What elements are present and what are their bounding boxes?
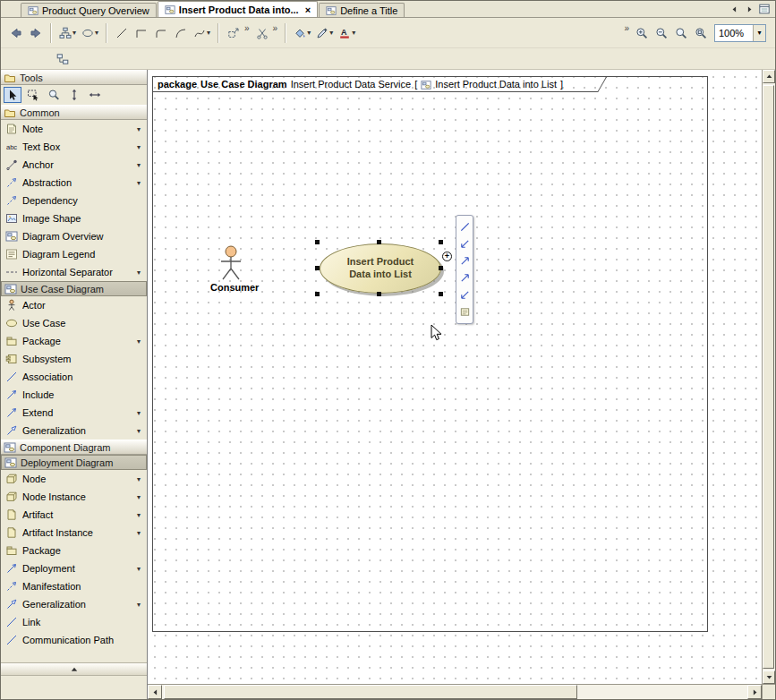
diagram-frame[interactable]: package Use Case Diagram Insert Product … (152, 76, 708, 632)
dropdown-arrow-icon[interactable]: ▾ (137, 179, 142, 187)
selection-handle[interactable] (439, 266, 443, 270)
selection-tool[interactable] (4, 87, 21, 103)
selection-handle[interactable] (315, 240, 320, 244)
zoom-in-button[interactable] (632, 22, 652, 44)
dropdown-arrow-icon[interactable]: ▾ (137, 493, 142, 501)
shape-style-button[interactable]: ▾ (79, 22, 101, 44)
back-button[interactable] (6, 22, 26, 44)
generalization-icon[interactable] (457, 287, 472, 303)
scroll-right-button[interactable] (747, 685, 762, 699)
dropdown-arrow-icon[interactable]: ▾ (137, 529, 142, 537)
scroll-tabs-right-button[interactable] (743, 3, 755, 15)
palette-item-artifact[interactable]: Artifact▾ (1, 506, 147, 524)
palette-header-tools[interactable]: Tools (1, 70, 147, 85)
palette-item-dependency[interactable]: Dependency (1, 192, 147, 209)
tab-insert-product-data-into[interactable]: Insert Product Data into...× (158, 1, 318, 17)
palette-item-node-instance[interactable]: Node Instance▾ (1, 488, 147, 506)
tab-product-query-overview[interactable]: Product Query Overview (21, 3, 157, 17)
zoom-reset-button[interactable] (671, 22, 691, 44)
selection-handle[interactable] (315, 266, 320, 270)
directed-association-icon[interactable] (457, 253, 472, 269)
selection-handle[interactable] (377, 292, 381, 296)
tab-define-a-title[interactable]: Define a Title (319, 3, 405, 17)
expand-indicator[interactable]: + (442, 252, 452, 261)
horizontal-scrollbar-track[interactable] (162, 685, 747, 699)
vertical-scrollbar-track[interactable] (763, 83, 775, 670)
dropdown-arrow-icon[interactable]: ▾ (137, 161, 142, 169)
dropdown-arrow-icon[interactable]: ▾ (137, 475, 142, 483)
distribute-tool[interactable] (86, 87, 104, 103)
palette-item-node[interactable]: Node▾ (1, 470, 147, 488)
selection-handle[interactable] (439, 240, 443, 244)
palette-item-horizontal-separator[interactable]: Horizontal Separator▾ (1, 263, 147, 281)
close-tab-icon[interactable]: × (305, 4, 311, 15)
dropdown-arrow-icon[interactable]: ▾ (95, 29, 98, 37)
palette-item-manifestation[interactable]: Manifestation (1, 577, 147, 595)
palette-item-use-case[interactable]: Use Case (1, 314, 147, 332)
palette-scroll-up-button[interactable] (1, 662, 147, 676)
use-case-shape[interactable]: Insert Product Data into List (320, 243, 441, 294)
line-style-curved-button[interactable] (171, 22, 191, 44)
fill-color-button[interactable]: ▾ (291, 22, 313, 44)
vertical-scrollbar[interactable] (763, 70, 775, 684)
palette-item-extend[interactable]: Extend▾ (1, 404, 147, 422)
note-anchor-icon[interactable] (457, 304, 472, 320)
line-style-rounded-button[interactable] (151, 22, 171, 44)
dependency-icon[interactable] (457, 270, 472, 286)
diagram-containment-button[interactable] (53, 48, 72, 70)
line-style-spline-button[interactable]: ▾ (191, 22, 213, 44)
palette-item-artifact-instance[interactable]: Artifact Instance▾ (1, 524, 147, 542)
dropdown-arrow-icon[interactable]: ▾ (137, 337, 142, 346)
vertical-scrollbar-thumb[interactable] (763, 85, 774, 669)
palette-item-link[interactable]: Link (1, 613, 147, 631)
palette-item-image-shape[interactable]: Image Shape (1, 209, 147, 227)
dropdown-arrow-icon[interactable]: ▾ (137, 511, 142, 519)
palette-item-abstraction[interactable]: Abstraction▾ (1, 174, 147, 192)
horizontal-scrollbar-thumb[interactable] (164, 685, 577, 699)
diagram-canvas[interactable]: package Use Case Diagram Insert Product … (148, 70, 762, 684)
palette-item-note[interactable]: Note▾ (1, 120, 147, 138)
toolbar-overflow-button[interactable]: » (624, 24, 629, 33)
palette-item-diagram-legend[interactable]: Diagram Legend (1, 245, 147, 263)
association-icon[interactable] (457, 236, 472, 252)
palette-item-generalization[interactable]: Generalization▾ (1, 422, 147, 440)
font-color-button[interactable]: A▾ (336, 22, 358, 44)
palette-item-anchor[interactable]: Anchor▾ (1, 156, 147, 174)
palette-item-communication-path[interactable]: Communication Path (1, 631, 147, 649)
dropdown-arrow-icon[interactable]: ▾ (137, 427, 142, 435)
dropdown-arrow-icon[interactable]: ▾ (137, 601, 142, 609)
palette-item-association[interactable]: Association (1, 368, 147, 386)
dropdown-arrow-icon[interactable]: ▾ (207, 29, 210, 37)
scroll-down-button[interactable] (763, 670, 775, 684)
scroll-up-button[interactable] (763, 70, 775, 83)
palette-item-diagram-overview[interactable]: Diagram Overview (1, 227, 147, 245)
draw-line-icon[interactable] (457, 219, 472, 235)
magnifier-tool[interactable] (45, 87, 63, 103)
dropdown-arrow-icon[interactable]: ▾ (137, 409, 142, 417)
forward-button[interactable] (26, 22, 46, 44)
line-color-button[interactable]: ▾ (313, 22, 336, 44)
layout-tool-button[interactable]: ▾ (56, 22, 79, 44)
selection-handle[interactable] (377, 240, 381, 244)
dropdown-arrow-icon[interactable]: ▾ (72, 29, 76, 37)
fit-in-window-button[interactable] (691, 22, 711, 44)
dropdown-arrow-icon[interactable]: ▾ (137, 125, 142, 133)
cut-button[interactable] (252, 22, 272, 44)
palette-item-package[interactable]: Package (1, 542, 147, 559)
actor-consumer[interactable]: Consumer (210, 245, 252, 293)
palette-item-text-box[interactable]: abcText Box▾ (1, 138, 147, 156)
make-same-size-button[interactable] (224, 22, 243, 44)
horizontal-scrollbar[interactable] (148, 684, 762, 699)
window-list-button[interactable] (758, 3, 771, 15)
dropdown-arrow-icon[interactable]: ▾ (329, 29, 333, 37)
scroll-tabs-left-button[interactable] (728, 3, 740, 15)
palette-item-include[interactable]: Include (1, 386, 147, 404)
line-style-straight-button[interactable] (112, 22, 132, 44)
dropdown-arrow-icon[interactable]: ▾ (137, 143, 142, 151)
marquee-selection-tool[interactable] (24, 87, 42, 103)
dropdown-arrow-icon[interactable]: ▾ (307, 29, 311, 37)
align-tool[interactable] (65, 87, 83, 103)
palette-item-deployment[interactable]: Deployment▾ (1, 559, 147, 577)
group-overflow-button[interactable]: » (273, 24, 278, 33)
dropdown-arrow-icon[interactable]: ▾ (137, 565, 142, 573)
